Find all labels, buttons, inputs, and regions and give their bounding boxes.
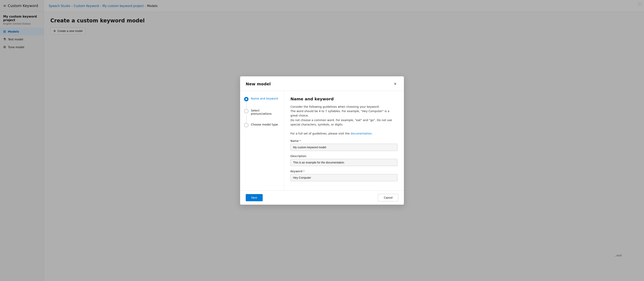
step-3-circle [244, 123, 248, 127]
step-2-label[interactable]: Select pronunciations [251, 109, 280, 115]
dialog-title: New model [246, 82, 271, 86]
keyword-label: Keyword * [290, 170, 398, 173]
step-3: Choose model type [244, 123, 280, 127]
guideline-line2: The word should be 4 to 7 syllables. For… [290, 110, 389, 117]
dialog-body: Name and keyword Select pronunciations C… [240, 91, 404, 191]
steps-panel: Name and keyword Select pronunciations C… [240, 91, 284, 191]
step-connector-1 [246, 101, 246, 109]
step-connector-2 [246, 115, 246, 123]
guideline-line4-prefix: For a full set of guidelines, please vis… [290, 132, 350, 135]
content-panel: Name and keyword Consider the following … [284, 91, 404, 191]
step-1: Name and keyword [244, 97, 280, 101]
name-field-group: Name * [290, 139, 398, 151]
close-dialog-button[interactable]: ✕ [392, 81, 398, 87]
description-input[interactable] [290, 159, 398, 166]
guidelines-text: Consider the following guidelines when c… [290, 105, 398, 136]
dialog-footer: Next Cancel [240, 190, 404, 205]
description-field-group: Description [290, 154, 398, 166]
name-label: Name * [290, 139, 398, 142]
step-1-label[interactable]: Name and keyword [251, 97, 278, 100]
content-title: Name and keyword [290, 97, 398, 101]
keyword-field-group: Keyword * [290, 170, 398, 181]
step-3-label[interactable]: Choose model type [251, 123, 278, 126]
dialog-header: New model ✕ [240, 76, 404, 91]
documentation-link[interactable]: documentation [350, 132, 372, 135]
keyword-required-star: * [303, 170, 304, 173]
name-required-star: * [300, 139, 301, 142]
step-1-circle [244, 97, 248, 101]
modal-overlay: New model ✕ Name and keyword Select pron… [0, 0, 644, 281]
new-model-dialog: New model ✕ Name and keyword Select pron… [240, 76, 404, 205]
cancel-button[interactable]: Cancel [378, 194, 398, 201]
name-input[interactable] [290, 144, 398, 151]
guideline-line3: Do not choose a common word. For example… [290, 119, 392, 126]
guideline-line1: Consider the following guidelines when c… [290, 105, 380, 108]
description-label: Description [290, 154, 398, 158]
next-button[interactable]: Next [246, 194, 263, 201]
step-2: Select pronunciations [244, 109, 280, 115]
keyword-input[interactable] [290, 174, 398, 181]
guideline-line4-suffix: . [372, 132, 372, 135]
step-2-circle [244, 109, 248, 113]
